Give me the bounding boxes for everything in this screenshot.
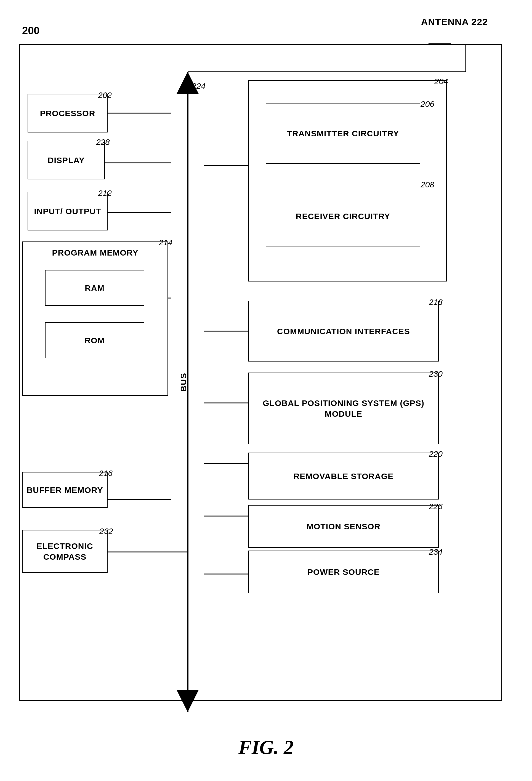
diagram-number: 200	[22, 25, 39, 37]
power-source-block: POWER SOURCE	[248, 550, 439, 593]
page: 200 ANTENNA 222	[0, 0, 532, 781]
program-memory-ref: 214	[159, 238, 172, 247]
buffer-memory-ref: 216	[99, 468, 113, 478]
receiver-block: RECEIVER CIRCUITRY	[266, 186, 420, 246]
motion-sensor-block: MOTION SENSOR	[248, 505, 439, 548]
electronic-compass-ref: 232	[99, 527, 113, 536]
buffer-memory-block: BUFFER MEMORY	[22, 472, 108, 508]
motion-sensor-ref: 226	[429, 502, 443, 511]
rom-block: ROM	[45, 322, 144, 358]
processor-block: PROCESSOR	[28, 94, 108, 132]
antenna-label: ANTENNA 222	[421, 16, 488, 27]
bus-ref: 224	[192, 81, 206, 91]
rf-outer-ref: 204	[434, 77, 448, 86]
processor-ref: 202	[98, 90, 112, 100]
gps-ref: 230	[429, 369, 443, 379]
electronic-compass-block: ELECTRONIC COMPASS	[22, 530, 108, 573]
ram-block: RAM	[45, 270, 144, 306]
program-memory-outer: PROGRAM MEMORY RAM ROM	[22, 242, 168, 396]
gps-block: GLOBAL POSITIONING SYSTEM (GPS) MODULE	[248, 373, 439, 444]
input-output-block: INPUT/ OUTPUT	[28, 192, 108, 231]
transmitter-block: TRANSMITTER CIRCUITRY	[266, 103, 420, 164]
display-block: DISPLAY	[28, 141, 105, 179]
rf-outer-block: TRANSMITTER CIRCUITRY RECEIVER CIRCUITRY	[248, 80, 447, 282]
communication-ref: 218	[429, 297, 443, 307]
display-ref: 228	[96, 137, 110, 147]
communication-interfaces-block: COMMUNICATION INTERFACES	[248, 301, 439, 362]
power-source-ref: 234	[429, 547, 443, 557]
figure-label: FIG. 2	[238, 736, 294, 759]
removable-storage-ref: 220	[429, 449, 443, 459]
removable-storage-block: REMOVABLE STORAGE	[248, 453, 439, 499]
receiver-ref: 208	[420, 180, 434, 189]
input-output-ref: 212	[98, 189, 112, 198]
transmitter-ref: 206	[420, 99, 434, 109]
bus-label: BUS	[179, 373, 188, 392]
